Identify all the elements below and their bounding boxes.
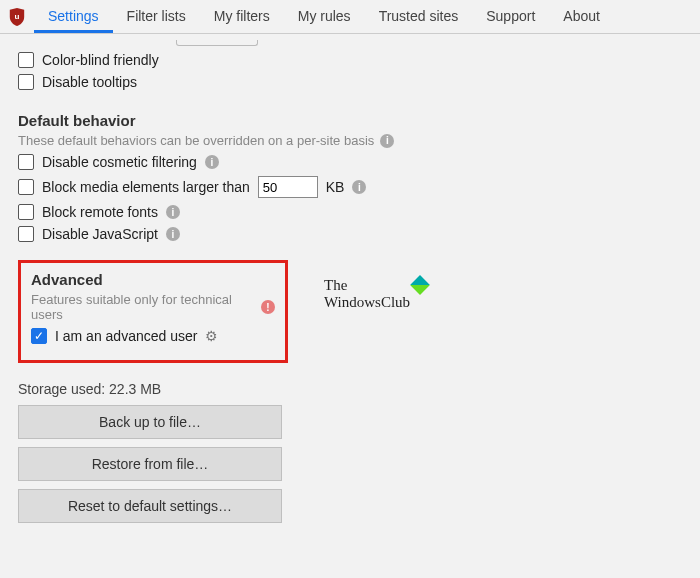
label-disable-tooltips: Disable tooltips bbox=[42, 74, 137, 90]
tab-about[interactable]: About bbox=[549, 0, 614, 33]
tab-settings[interactable]: Settings bbox=[34, 0, 113, 33]
info-icon[interactable]: i bbox=[205, 155, 219, 169]
checkbox-block-media[interactable] bbox=[18, 179, 34, 195]
advanced-highlight-box: Advanced Features suitable only for tech… bbox=[18, 260, 288, 363]
label-advanced-user: I am an advanced user bbox=[55, 328, 197, 344]
section-sub-text: These default behaviors can be overridde… bbox=[18, 133, 374, 148]
section-title-behavior: Default behavior bbox=[18, 112, 682, 129]
label-block-fonts: Block remote fonts bbox=[42, 204, 158, 220]
option-advanced-user: I am an advanced user ⚙︎ bbox=[31, 328, 275, 344]
option-disable-js: Disable JavaScript i bbox=[18, 226, 682, 242]
svg-text:u: u bbox=[15, 11, 20, 20]
tab-trusted-sites[interactable]: Trusted sites bbox=[365, 0, 473, 33]
checkbox-disable-js[interactable] bbox=[18, 226, 34, 242]
watermark: The WindowsClub bbox=[324, 277, 427, 311]
storage-value: 22.3 MB bbox=[109, 381, 161, 397]
label-disable-js: Disable JavaScript bbox=[42, 226, 158, 242]
checkbox-disable-tooltips[interactable] bbox=[18, 74, 34, 90]
label-cosmetic-filtering: Disable cosmetic filtering bbox=[42, 154, 197, 170]
section-title-advanced: Advanced bbox=[31, 271, 275, 288]
warn-icon[interactable]: ! bbox=[261, 300, 275, 314]
tab-bar: u Settings Filter lists My filters My ru… bbox=[0, 0, 700, 34]
info-icon[interactable]: i bbox=[166, 205, 180, 219]
option-cosmetic-filtering: Disable cosmetic filtering i bbox=[18, 154, 682, 170]
section-sub-behavior: These default behaviors can be overridde… bbox=[18, 133, 682, 148]
option-block-fonts: Block remote fonts i bbox=[18, 204, 682, 220]
partial-field-fragment bbox=[176, 40, 258, 46]
windowsclub-logo-icon bbox=[410, 275, 430, 295]
info-icon[interactable]: i bbox=[166, 227, 180, 241]
tab-my-filters[interactable]: My filters bbox=[200, 0, 284, 33]
gears-icon[interactable]: ⚙︎ bbox=[205, 328, 218, 344]
label-color-blind: Color-blind friendly bbox=[42, 52, 159, 68]
checkbox-block-fonts[interactable] bbox=[18, 204, 34, 220]
watermark-line2: WindowsClub bbox=[324, 294, 410, 310]
checkbox-advanced-user[interactable] bbox=[31, 328, 47, 344]
backup-button[interactable]: Back up to file… bbox=[18, 405, 282, 439]
media-size-input[interactable] bbox=[258, 176, 318, 198]
checkbox-cosmetic-filtering[interactable] bbox=[18, 154, 34, 170]
label-block-media: Block media elements larger than bbox=[42, 179, 250, 195]
info-icon[interactable]: i bbox=[380, 134, 394, 148]
tab-filter-lists[interactable]: Filter lists bbox=[113, 0, 200, 33]
watermark-line1: The bbox=[324, 277, 347, 293]
option-disable-tooltips: Disable tooltips bbox=[18, 74, 682, 90]
storage-label: Storage used: bbox=[18, 381, 105, 397]
tab-support[interactable]: Support bbox=[472, 0, 549, 33]
section-sub-advanced-text: Features suitable only for technical use… bbox=[31, 292, 255, 322]
option-block-media: Block media elements larger than KB i bbox=[18, 176, 682, 198]
storage-used: Storage used: 22.3 MB bbox=[18, 381, 682, 397]
option-color-blind: Color-blind friendly bbox=[18, 52, 682, 68]
info-icon[interactable]: i bbox=[352, 180, 366, 194]
tab-my-rules[interactable]: My rules bbox=[284, 0, 365, 33]
section-sub-advanced: Features suitable only for technical use… bbox=[31, 292, 275, 322]
restore-button[interactable]: Restore from file… bbox=[18, 447, 282, 481]
ublock-shield-icon: u bbox=[8, 7, 26, 27]
checkbox-color-blind[interactable] bbox=[18, 52, 34, 68]
media-size-unit: KB bbox=[326, 179, 345, 195]
reset-defaults-button[interactable]: Reset to default settings… bbox=[18, 489, 282, 523]
